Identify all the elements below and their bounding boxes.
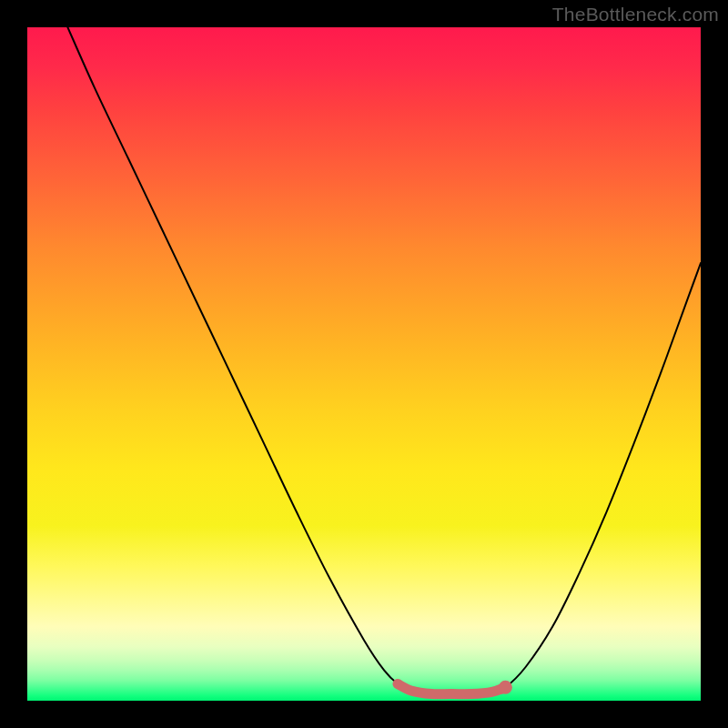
chart-frame: TheBottleneck.com bbox=[0, 0, 728, 728]
marker-dot bbox=[499, 681, 512, 694]
curve-layer bbox=[27, 27, 701, 701]
watermark-text: TheBottleneck.com bbox=[552, 4, 719, 25]
bottleneck-curve bbox=[67, 27, 701, 694]
optimal-range-highlight bbox=[398, 684, 505, 694]
plot-area bbox=[27, 27, 701, 701]
